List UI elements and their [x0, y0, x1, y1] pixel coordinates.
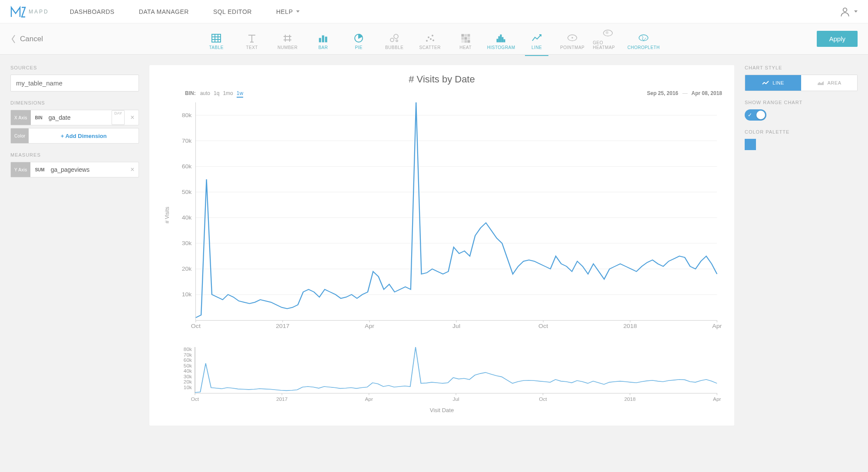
cancel-button[interactable]: Cancel [10, 34, 43, 44]
chart-type-text[interactable]: TEXT [237, 26, 267, 52]
chart-type-bubble[interactable]: BUBBLE [379, 26, 409, 52]
logo[interactable]: MAPD [10, 6, 49, 18]
chart-type-bar[interactable]: BAR [308, 26, 338, 52]
svg-rect-1 [212, 34, 221, 42]
logo-text: MAPD [29, 9, 49, 15]
bin-label: BIN [31, 110, 46, 125]
yaxis-tag: Y Axis [11, 162, 30, 177]
apply-button[interactable]: Apply [817, 31, 858, 47]
svg-rect-22 [465, 37, 467, 39]
palette-label: COLOR PALETTE [745, 129, 858, 134]
svg-text:30k: 30k [182, 240, 192, 246]
svg-text:10k: 10k [182, 292, 192, 298]
svg-text:80k: 80k [184, 347, 192, 352]
svg-point-13 [426, 40, 428, 41]
chart-type-pie[interactable]: PIE [343, 26, 374, 52]
svg-rect-26 [468, 40, 470, 43]
user-menu[interactable] [839, 6, 858, 17]
svg-point-16 [432, 35, 433, 36]
chart-title: # Visits by Date [162, 74, 722, 85]
range-chart-area: 10k20k30k40k50k60k70k80kOct2017AprJulOct… [162, 343, 722, 403]
bin-opt-auto[interactable]: auto [200, 90, 210, 96]
svg-text:Apr: Apr [365, 323, 375, 329]
svg-point-15 [430, 38, 432, 39]
main-chart[interactable]: 10k20k30k40k50k60k70k80kOct2017AprJulOct… [170, 98, 722, 332]
chart-type-number[interactable]: NUMBER [272, 26, 303, 52]
cancel-label: Cancel [20, 35, 43, 43]
chart-style-label: CHART STYLE [745, 65, 858, 70]
nav-data-manager[interactable]: DATA MANAGER [139, 8, 189, 15]
bin-opt-1w[interactable]: 1w [237, 90, 243, 98]
right-panel: CHART STYLE LINE AREA SHOW RANGE CHART ✓… [745, 65, 858, 426]
bin-options: BIN: auto1q1mo1w [185, 90, 247, 96]
svg-point-0 [843, 8, 847, 12]
chart-type-heat[interactable]: HEAT [450, 26, 481, 52]
remove-dimension-icon[interactable]: × [126, 110, 139, 125]
svg-text:2017: 2017 [276, 397, 287, 402]
left-panel: SOURCES DIMENSIONS X Axis BIN ga_date DA… [10, 65, 139, 426]
svg-text:40k: 40k [182, 215, 192, 221]
svg-text:80k: 80k [182, 112, 192, 118]
chart-type-scatter[interactable]: SCATTER [415, 26, 445, 52]
svg-rect-25 [465, 40, 467, 43]
dimension-badge: DAY [112, 110, 125, 125]
chart-type-selector: TABLETEXTNUMBERBARPIEBUBBLESCATTERHEATHI… [201, 26, 659, 52]
caret-down-icon [296, 10, 300, 13]
bin-opt-1q[interactable]: 1q [214, 90, 219, 96]
source-input[interactable] [10, 75, 139, 92]
sub-bar: Cancel TABLETEXTNUMBERBARPIEBUBBLESCATTE… [0, 23, 868, 55]
color-swatch[interactable] [745, 139, 756, 150]
measure-yaxis-row[interactable]: Y Axis SUM ga_pageviews × [10, 162, 139, 177]
svg-text:2018: 2018 [623, 323, 637, 329]
svg-text:Oct: Oct [539, 397, 547, 402]
svg-text:60k: 60k [182, 164, 192, 170]
svg-text:70k: 70k [184, 353, 192, 357]
nav-sql-editor[interactable]: SQL EDITOR [213, 8, 252, 15]
dimensions-label: DIMENSIONS [10, 100, 139, 105]
svg-text:Jul: Jul [453, 397, 459, 402]
add-dimension-button[interactable]: + Add Dimension [29, 128, 139, 143]
x-axis-label: Visit Date [162, 407, 722, 413]
check-icon: ✓ [748, 112, 752, 118]
svg-point-12 [396, 40, 398, 42]
remove-measure-icon[interactable]: × [126, 162, 139, 177]
chart-type-pointmap[interactable]: POINTMAP [557, 26, 587, 52]
svg-text:20k: 20k [182, 266, 192, 272]
chart-top-controls: BIN: auto1q1mo1w Sep 25, 2016 — Apr 08, … [185, 90, 722, 96]
svg-rect-27 [497, 39, 498, 42]
svg-rect-20 [468, 34, 470, 36]
style-line-button[interactable]: LINE [745, 75, 801, 91]
nav-help[interactable]: HELP [276, 8, 300, 15]
bin-control-label: BIN: [185, 90, 196, 96]
date-range: Sep 25, 2016 — Apr 08, 2018 [647, 90, 722, 96]
svg-point-32 [572, 37, 573, 38]
chart-type-geo-heatmap[interactable]: GEO HEATMAP [593, 26, 623, 52]
dimension-color-row[interactable]: Color + Add Dimension [10, 128, 139, 144]
nav-dashboards[interactable]: DASHBOARDS [70, 8, 115, 15]
svg-text:Apr: Apr [713, 397, 721, 402]
date-to: Apr 08, 2018 [691, 90, 722, 96]
nav-help-label: HELP [276, 8, 293, 15]
range-chart-toggle[interactable]: ✓ [745, 109, 766, 121]
range-chart-label: SHOW RANGE CHART [745, 100, 858, 105]
svg-rect-28 [498, 36, 500, 42]
chart-type-histogram[interactable]: HISTOGRAM [486, 26, 516, 52]
svg-rect-6 [319, 38, 321, 42]
measure-field: ga_pageviews [48, 162, 126, 177]
style-area-button[interactable]: AREA [801, 75, 857, 91]
chart-type-choropleth[interactable]: CHOROPLETH [628, 26, 659, 52]
svg-text:Oct: Oct [191, 397, 199, 402]
dimension-xaxis-row[interactable]: X Axis BIN ga_date DAY × [10, 110, 139, 125]
chart-type-line[interactable]: LINE [521, 26, 552, 52]
chart-type-table[interactable]: TABLE [201, 26, 231, 52]
svg-text:Oct: Oct [538, 323, 548, 329]
color-tag: Color [11, 128, 29, 143]
bin-opt-1mo[interactable]: 1mo [223, 90, 233, 96]
sum-label: SUM [30, 162, 48, 177]
svg-rect-23 [468, 37, 470, 39]
chart-style-toggle: LINE AREA [745, 75, 858, 91]
svg-text:Jul: Jul [452, 323, 460, 329]
range-chart[interactable]: 10k20k30k40k50k60k70k80kOct2017AprJulOct… [169, 343, 722, 403]
svg-rect-21 [462, 37, 464, 39]
y-axis-label: # Visits [162, 98, 170, 332]
